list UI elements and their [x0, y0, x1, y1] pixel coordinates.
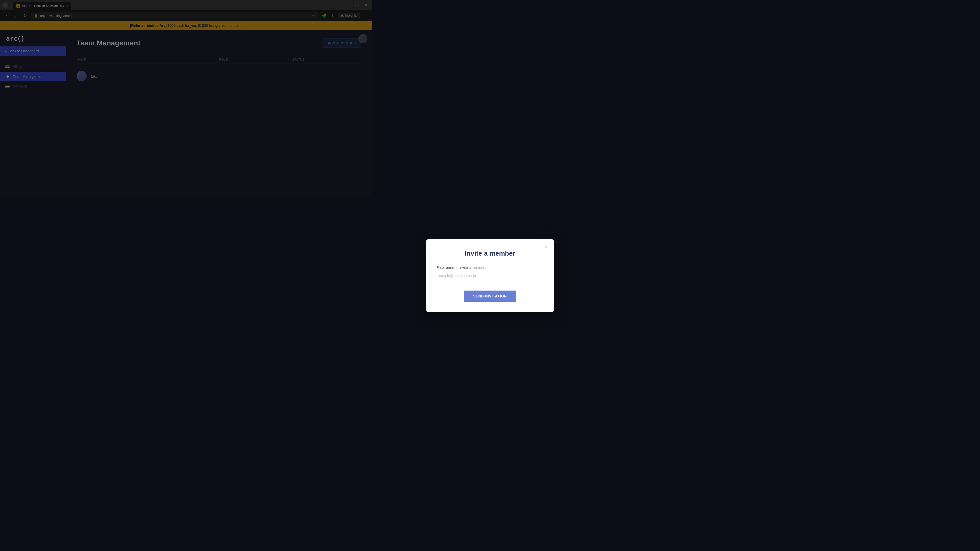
page-content: [Refer a friend to Arc] $500 cash for yo… — [0, 21, 372, 199]
modal-overlay[interactable]: × Invite a member Enter email to invite … — [0, 0, 372, 208]
